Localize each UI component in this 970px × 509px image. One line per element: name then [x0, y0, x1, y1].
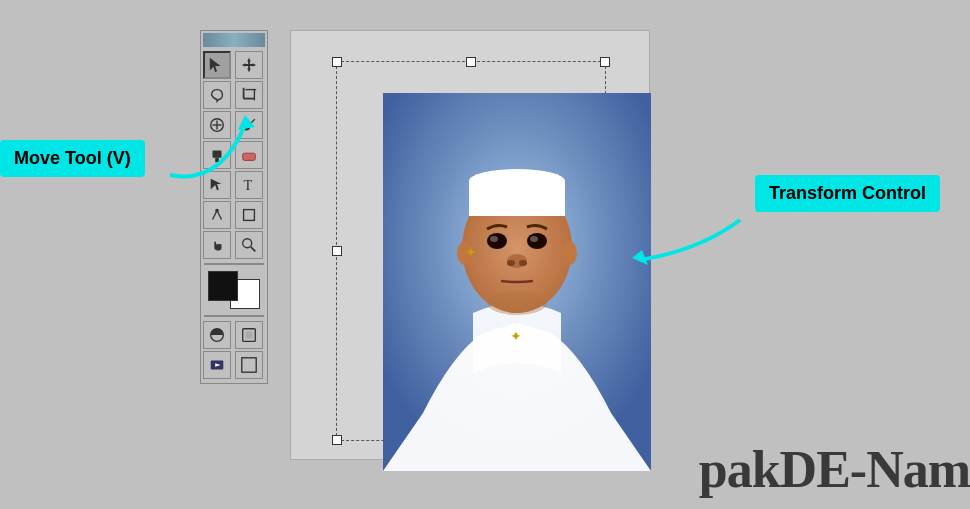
move-tool-btn[interactable] [235, 51, 263, 79]
svg-line-19 [251, 247, 256, 252]
center-crosshair: ✦ [465, 245, 477, 259]
photo-container: ✦ [383, 93, 651, 471]
jump-to-imageready-btn[interactable] [203, 351, 231, 379]
color-swatches[interactable] [208, 271, 260, 309]
pen-tool-btn[interactable] [203, 201, 231, 229]
svg-point-35 [490, 236, 498, 242]
watermark-text: pakDE-Nam [699, 440, 970, 499]
bottom-tool-grid [201, 319, 267, 381]
selection-tool-btn[interactable] [203, 51, 231, 79]
standard-mode-btn[interactable] [235, 321, 263, 349]
svg-point-34 [527, 233, 547, 249]
svg-text:✦: ✦ [510, 328, 522, 344]
zoom-tool-btn[interactable] [235, 231, 263, 259]
svg-point-39 [519, 260, 527, 266]
handle-bottom-left[interactable] [332, 435, 342, 445]
svg-point-30 [469, 169, 565, 193]
toolbar-header [203, 33, 265, 47]
move-tool-label: Move Tool (V) [0, 140, 145, 177]
svg-point-33 [487, 233, 507, 249]
transform-control-arrow [620, 200, 750, 290]
hand-tool-btn[interactable] [203, 231, 231, 259]
move-tool-arrow [160, 105, 260, 195]
svg-marker-2 [242, 58, 256, 72]
tool-divider-2 [204, 315, 264, 317]
handle-top-right[interactable] [600, 57, 610, 67]
handle-middle-left[interactable] [332, 246, 342, 256]
svg-point-36 [530, 236, 538, 242]
svg-rect-17 [244, 210, 255, 221]
toolbar: T [200, 30, 268, 384]
svg-point-32 [561, 241, 577, 265]
transform-selection: ✦ ✦ [336, 61, 606, 441]
svg-marker-1 [210, 58, 221, 72]
svg-rect-22 [245, 331, 252, 338]
transform-control-label: Transform Control [755, 175, 940, 212]
svg-point-18 [243, 239, 252, 248]
handle-top-left[interactable] [332, 57, 342, 67]
foreground-color-swatch[interactable] [208, 271, 238, 301]
tool-divider-1 [204, 263, 264, 265]
canvas-area: ✦ ✦ [290, 30, 650, 460]
svg-point-16 [215, 209, 219, 213]
fullscreen-btn[interactable] [235, 351, 263, 379]
svg-point-40 [487, 291, 547, 315]
handle-top-center[interactable] [466, 57, 476, 67]
svg-rect-25 [242, 358, 256, 372]
svg-marker-0 [238, 115, 255, 130]
svg-point-38 [507, 260, 515, 266]
quick-mask-btn[interactable] [203, 321, 231, 349]
shape-tool-btn[interactable] [235, 201, 263, 229]
